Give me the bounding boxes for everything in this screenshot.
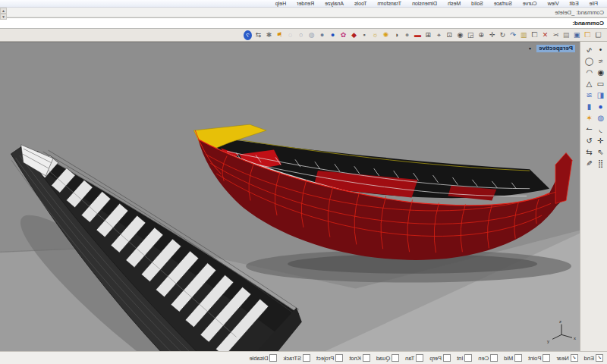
- menu-item[interactable]: Edit: [565, 1, 584, 7]
- rectangle-tool-icon[interactable]: ▭: [595, 78, 606, 89]
- color-wheel-icon[interactable]: ✿: [338, 30, 348, 40]
- perspective-viewport[interactable]: Perspective ▾: [0, 42, 580, 351]
- menu-item[interactable]: View: [543, 1, 565, 7]
- rendered-view-icon[interactable]: ●: [328, 30, 338, 40]
- sphere-tool-icon[interactable]: ●: [595, 101, 606, 112]
- new-file-icon[interactable]: ❏: [593, 30, 603, 40]
- menu-item[interactable]: Solid: [466, 1, 489, 7]
- rotate-tool-icon[interactable]: ↻: [583, 135, 595, 146]
- copy-icon[interactable]: ❐: [530, 30, 539, 40]
- rotate-view-icon[interactable]: ↺: [498, 30, 508, 40]
- delete-icon[interactable]: ✕: [540, 30, 550, 40]
- viewport-title[interactable]: Perspective: [536, 45, 575, 52]
- osnap-cen-toggle[interactable]: Cen: [478, 354, 498, 362]
- zoom-selected-icon[interactable]: ◉: [455, 30, 465, 40]
- osnap-near-toggle[interactable]: ✓ Near: [556, 354, 577, 362]
- mirror-tool-icon[interactable]: ⇄: [583, 146, 595, 158]
- wireframe-view-icon[interactable]: ◌: [285, 30, 295, 40]
- move-tool-icon[interactable]: ✛: [595, 135, 606, 146]
- lamp-spark-icon[interactable]: ✺: [381, 30, 391, 40]
- osnap-checkbox[interactable]: [416, 354, 423, 362]
- osnap-checkbox[interactable]: [490, 354, 498, 362]
- osnap-strack-toggle[interactable]: STrack: [284, 354, 310, 362]
- open-file-icon[interactable]: ❒: [583, 30, 593, 40]
- loft-tool-icon[interactable]: ≋: [583, 89, 595, 101]
- polyline-tool-icon[interactable]: ≈: [595, 55, 606, 67]
- zoom-target-icon[interactable]: ⌖: [434, 30, 444, 40]
- circle-tool-icon[interactable]: ◯: [583, 55, 595, 67]
- ghosted-view-icon[interactable]: ◍: [307, 30, 316, 40]
- cylinder-tool-icon[interactable]: ▮: [583, 101, 595, 112]
- osnap-checkbox[interactable]: [392, 354, 399, 362]
- zoom-extents-icon[interactable]: ⊡: [445, 30, 454, 40]
- boolean-tool-icon[interactable]: ◍: [595, 112, 606, 124]
- osnap-checkbox[interactable]: ✓: [596, 354, 603, 362]
- print-icon[interactable]: ▤: [561, 30, 571, 40]
- lamp-icon[interactable]: ☼: [370, 30, 380, 40]
- menu-item[interactable]: Help: [270, 1, 291, 7]
- menu-item[interactable]: Curve: [517, 1, 543, 7]
- menu-item[interactable]: Mesh: [442, 1, 466, 7]
- xray-view-icon[interactable]: ○: [296, 30, 306, 40]
- options-icon[interactable]: ✱: [264, 30, 274, 40]
- osnap-tan-toggle[interactable]: Tan: [405, 354, 423, 362]
- shaded-view-icon[interactable]: ●: [317, 30, 327, 40]
- osnap-checkbox[interactable]: [514, 354, 522, 362]
- osnap-int-toggle[interactable]: Int: [457, 354, 472, 362]
- osnap-checkbox[interactable]: [335, 354, 343, 362]
- undo-icon[interactable]: ↶: [508, 30, 518, 40]
- point-marker-icon[interactable]: ●: [402, 30, 412, 40]
- osnap-checkbox[interactable]: [543, 354, 550, 362]
- osnap-checkbox[interactable]: [363, 354, 370, 362]
- pan-view-icon[interactable]: ✛: [487, 30, 497, 40]
- cut-icon[interactable]: ✂: [551, 30, 561, 40]
- menu-item[interactable]: File: [584, 1, 603, 7]
- osnap-perp-toggle[interactable]: Perp: [429, 354, 451, 362]
- osnap-point-toggle[interactable]: Point: [528, 354, 550, 362]
- render-shield-icon[interactable]: ◆: [349, 30, 359, 40]
- annotate-tool-icon[interactable]: ✎: [583, 158, 595, 169]
- surface-tool-icon[interactable]: ◧: [595, 89, 606, 101]
- command-input[interactable]: Command:: [0, 17, 607, 29]
- named-view-icon[interactable]: ▬: [413, 30, 423, 40]
- fillet-tool-icon[interactable]: ◞: [595, 124, 606, 135]
- flag-icon[interactable]: ⚑: [275, 30, 285, 40]
- menu-item[interactable]: Dimension: [407, 1, 442, 7]
- menu-item[interactable]: Tools: [349, 1, 372, 7]
- lock-icon[interactable]: ▪: [360, 30, 370, 40]
- scroll-down-icon[interactable]: ▼: [0, 14, 7, 20]
- zoom-dynamic-icon[interactable]: ⊕: [476, 30, 486, 40]
- osnap-quad-toggle[interactable]: Quad: [376, 354, 399, 362]
- osnap-checkbox[interactable]: [303, 354, 310, 362]
- osnap-disable-toggle[interactable]: Disable: [249, 354, 277, 362]
- point-tool-icon[interactable]: •: [595, 44, 606, 55]
- osnap-end-toggle[interactable]: ✓ End: [584, 354, 603, 362]
- visibility-icon[interactable]: ◐: [392, 30, 401, 40]
- link-icon[interactable]: ⇄: [253, 30, 263, 40]
- osnap-checkbox[interactable]: [464, 354, 472, 362]
- menu-item[interactable]: Transform: [372, 1, 407, 7]
- explode-tool-icon[interactable]: ✶: [583, 112, 595, 124]
- menu-item[interactable]: Surface: [489, 1, 517, 7]
- menu-item[interactable]: Render: [291, 1, 319, 7]
- polygon-tool-icon[interactable]: △: [583, 78, 595, 89]
- viewport-layout-icon[interactable]: ⊞: [423, 30, 433, 40]
- ellipse-tool-icon[interactable]: ◉: [595, 67, 606, 78]
- osnap-checkbox[interactable]: ✓: [571, 354, 578, 362]
- menu-item[interactable]: Analyze: [319, 1, 349, 7]
- curve-tool-icon[interactable]: ∿: [583, 44, 595, 55]
- osnap-checkbox[interactable]: [443, 354, 451, 362]
- paste-icon[interactable]: ▥: [519, 30, 529, 40]
- array-tool-icon[interactable]: ⣿: [595, 158, 606, 169]
- osnap-project-toggle[interactable]: Project: [316, 354, 343, 362]
- osnap-knot-toggle[interactable]: Knot: [349, 354, 370, 362]
- help-icon[interactable]: ?: [243, 30, 253, 40]
- extend-tool-icon[interactable]: ⇀: [583, 124, 595, 135]
- zoom-window-icon[interactable]: ◱: [466, 30, 476, 40]
- osnap-mid-toggle[interactable]: Mid: [504, 354, 522, 362]
- save-file-icon[interactable]: ▣: [572, 30, 582, 40]
- arc-tool-icon[interactable]: ◠: [583, 67, 595, 78]
- scroll-up-icon[interactable]: ▲: [0, 8, 7, 14]
- viewport-title-caret-icon[interactable]: ▾: [529, 46, 531, 51]
- osnap-checkbox[interactable]: [270, 354, 278, 362]
